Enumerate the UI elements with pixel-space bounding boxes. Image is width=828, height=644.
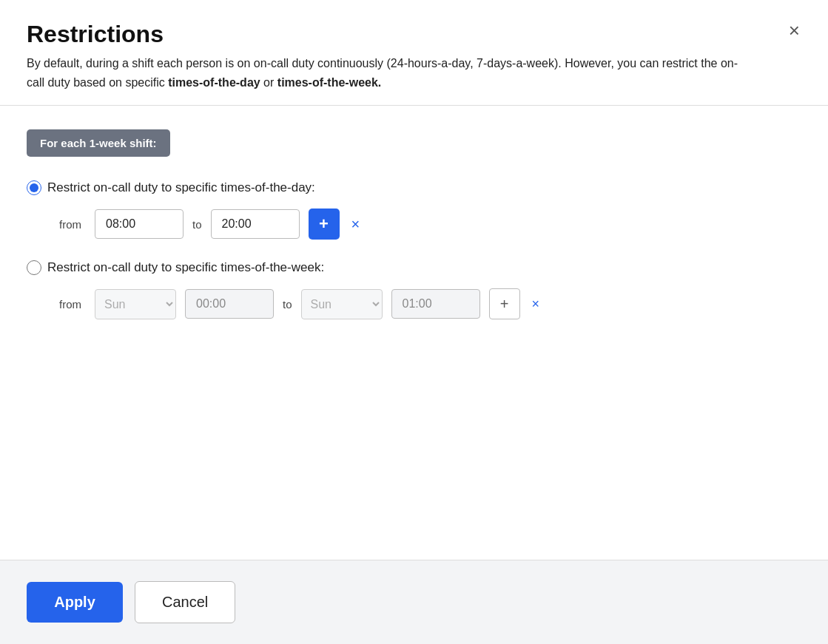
description-text-2: or <box>260 76 277 89</box>
time-row-day: from to + × <box>59 209 801 240</box>
restriction-day-section: Restrict on-call duty to specific times-… <box>27 180 801 240</box>
radio-times-of-day[interactable] <box>27 180 41 195</box>
radio-times-of-week[interactable] <box>27 260 41 275</box>
from-label-week: from <box>59 298 86 311</box>
radio-row-day: Restrict on-call duty to specific times-… <box>27 180 801 195</box>
from-day-week-select: Sun Mon Tue Wed Thu Fri Sat <box>95 289 176 319</box>
to-time-week-input <box>391 289 480 319</box>
time-row-week: from Sun Mon Tue Wed Thu Fri Sat to Sun … <box>59 288 801 319</box>
add-time-week-button: + <box>489 288 520 319</box>
radio-week-label[interactable]: Restrict on-call duty to specific times-… <box>47 260 324 275</box>
close-button[interactable]: × <box>783 18 806 43</box>
remove-time-day-button[interactable]: × <box>349 213 363 236</box>
description-text-1: By default, during a shift each person i… <box>27 57 738 89</box>
to-time-day-input[interactable] <box>211 209 300 239</box>
to-label-week: to <box>283 298 292 311</box>
radio-row-week: Restrict on-call duty to specific times-… <box>27 260 801 275</box>
to-label-day: to <box>192 218 202 231</box>
modal-body: For each 1-week shift: Restrict on-call … <box>0 106 828 560</box>
description-bold-2: times-of-the-week. <box>277 76 381 89</box>
from-time-week-input <box>185 289 274 319</box>
description-bold-1: times-of-the-day <box>168 76 260 89</box>
modal-title: Restrictions <box>27 21 801 48</box>
to-day-week-select: Sun Mon Tue Wed Thu Fri Sat <box>301 289 383 319</box>
apply-button[interactable]: Apply <box>27 582 123 623</box>
from-label-day: from <box>59 218 86 231</box>
modal-header: Restrictions By default, during a shift … <box>0 0 828 106</box>
cancel-button[interactable]: Cancel <box>135 581 235 623</box>
radio-day-label[interactable]: Restrict on-call duty to specific times-… <box>47 180 315 195</box>
restriction-week-section: Restrict on-call duty to specific times-… <box>27 260 801 319</box>
modal-footer: Apply Cancel <box>0 560 828 644</box>
from-time-day-input[interactable] <box>95 209 184 239</box>
remove-time-week-button: × <box>529 294 543 315</box>
add-time-day-button[interactable]: + <box>309 209 340 240</box>
shift-label: For each 1-week shift: <box>27 129 170 157</box>
restrictions-modal: Restrictions By default, during a shift … <box>0 0 828 644</box>
modal-description: By default, during a shift each person i… <box>27 54 752 92</box>
